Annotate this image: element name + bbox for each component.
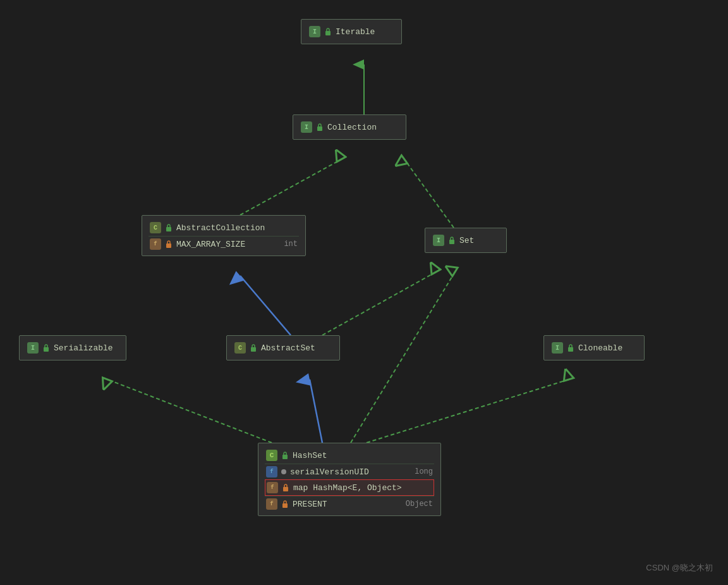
lock-icon-iterable (324, 27, 332, 36)
node-hashset-header: C HashSet (265, 447, 434, 464)
label-map: map HashMap<E, Object> (293, 483, 402, 493)
svg-rect-20 (282, 455, 288, 459)
field-serialversionuid: f serialVersionUID long (265, 464, 434, 479)
label-set: Set (459, 236, 474, 245)
label-collection: Collection (327, 123, 377, 132)
badge-C-abstractset: C (234, 342, 246, 354)
dot-icon-serialversionuid (281, 469, 286, 474)
svg-rect-12 (325, 31, 331, 35)
node-cloneable-header: I Cloneable (550, 340, 638, 356)
svg-rect-15 (166, 243, 171, 248)
badge-f-present: f (266, 498, 277, 510)
node-abstractset-header: C AbstractSet (233, 340, 333, 356)
svg-rect-22 (282, 503, 288, 508)
node-serializable: I Serializable (19, 335, 126, 360)
svg-rect-21 (283, 487, 288, 491)
node-serializable-header: I Serializable (26, 340, 119, 356)
svg-rect-14 (166, 227, 171, 231)
lock-icon-hashset (281, 451, 289, 460)
field-max-array-size: f MAX_ARRAY_SIZE int (149, 236, 299, 252)
node-collection-header: I Collection (300, 119, 399, 135)
lock-icon-abstractset (250, 343, 257, 352)
svg-line-7 (322, 272, 436, 335)
node-set-header: I Set (432, 232, 500, 249)
node-iterable: I Iterable (301, 19, 402, 44)
badge-I-serializable: I (27, 342, 39, 354)
label-cloneable: Cloneable (578, 343, 622, 353)
lock-icon-set (448, 236, 456, 245)
badge-I-cloneable: I (552, 342, 563, 354)
badge-f-serialversionuid: f (266, 466, 277, 477)
svg-line-6 (240, 276, 291, 335)
field-present: f PRESENT Object (265, 496, 434, 512)
field-map: f map HashMap<E, Object> (265, 479, 434, 496)
lock-icon-maxarray (165, 240, 173, 249)
svg-line-8 (310, 379, 322, 443)
label-iterable: Iterable (336, 27, 375, 37)
node-abstractcollection-header: C AbstractCollection (149, 219, 299, 236)
label-present: PRESENT (293, 500, 327, 509)
label-hashset: HashSet (293, 451, 327, 460)
type-serialversionuid: long (415, 467, 433, 476)
diagram-container: I Iterable I Collection C Abstract (0, 0, 728, 585)
watermark: CSDN @晓之木初 (646, 562, 713, 574)
node-hashset: C HashSet f serialVersionUID long f map … (258, 443, 441, 516)
label-abstractset: AbstractSet (261, 343, 315, 353)
node-abstractset: C AbstractSet (226, 335, 340, 360)
lock-icon-map (282, 483, 289, 492)
label-serializable: Serializable (54, 343, 113, 353)
lock-icon-serializable (42, 343, 50, 352)
badge-I-iterable: I (309, 26, 320, 37)
lock-icon-abstractcollection (165, 223, 173, 232)
badge-C-hashset: C (266, 450, 277, 461)
badge-C-abstractcollection: C (150, 222, 161, 233)
node-iterable-header: I Iterable (308, 23, 395, 40)
label-abstractcollection: AbstractCollection (176, 223, 265, 233)
type-present: Object (406, 500, 433, 508)
svg-rect-19 (568, 347, 573, 352)
node-set: I Set (425, 228, 507, 253)
node-collection: I Collection (293, 114, 406, 140)
node-cloneable: I Cloneable (543, 335, 645, 360)
badge-I-collection: I (301, 121, 312, 133)
lock-icon-collection (316, 123, 324, 132)
svg-rect-18 (251, 347, 256, 352)
lock-icon-cloneable (567, 343, 574, 352)
node-abstractcollection: C AbstractCollection f MAX_ARRAY_SIZE in… (142, 215, 306, 256)
badge-f-maxarray: f (150, 238, 161, 250)
svg-line-5 (404, 159, 454, 228)
svg-rect-13 (317, 126, 322, 131)
label-maxarray: MAX_ARRAY_SIZE (176, 240, 245, 249)
badge-f-map: f (267, 482, 278, 493)
svg-rect-16 (449, 240, 454, 244)
svg-line-4 (240, 159, 341, 215)
svg-line-10 (367, 379, 569, 443)
svg-rect-17 (44, 347, 49, 352)
type-maxarray: int (284, 240, 298, 249)
badge-I-set: I (433, 235, 444, 246)
svg-line-9 (107, 379, 272, 443)
label-serialversionuid: serialVersionUID (290, 467, 369, 477)
lock-icon-present (281, 500, 289, 508)
svg-line-11 (351, 272, 455, 443)
